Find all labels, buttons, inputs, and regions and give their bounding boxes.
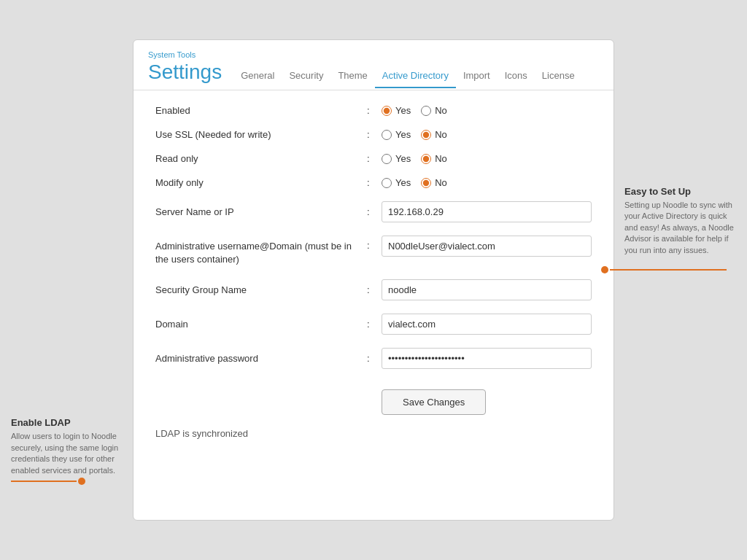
read-only-no-label: No — [435, 153, 447, 164]
tooltip-left-title: Enable LDAP — [11, 417, 124, 428]
enabled-colon: : — [367, 105, 382, 116]
arrow-left-line — [11, 481, 77, 482]
tab-icons[interactable]: Icons — [498, 66, 535, 88]
ldap-status: LDAP is synchronized — [155, 428, 592, 439]
read-only-yes-radio[interactable] — [382, 154, 392, 164]
domain-colon: : — [367, 319, 382, 330]
security-group-row: Security Group Name : — [155, 279, 592, 300]
arrow-right — [601, 266, 727, 273]
admin-username-colon: : — [367, 236, 382, 251]
security-group-input[interactable] — [382, 279, 592, 300]
card-header: System Tools Settings General Security T… — [133, 40, 614, 90]
admin-password-input[interactable] — [382, 348, 592, 369]
server-name-input[interactable] — [382, 201, 592, 222]
security-group-label: Security Group Name — [155, 284, 367, 295]
use-ssl-no-label: No — [435, 129, 447, 140]
arrow-right-line — [610, 269, 727, 271]
tab-security[interactable]: Security — [282, 66, 330, 88]
breadcrumb: System Tools — [148, 50, 599, 59]
use-ssl-colon: : — [367, 129, 382, 140]
enabled-row: Enabled : Yes No — [155, 105, 592, 116]
tooltip-right-body: Setting up Noodle to sync with your Acti… — [624, 200, 741, 256]
domain-label: Domain — [155, 319, 367, 330]
modify-only-yes-option[interactable]: Yes — [382, 177, 411, 188]
use-ssl-yes-label: Yes — [395, 129, 411, 140]
read-only-no-radio[interactable] — [421, 154, 431, 164]
card-body: Enabled : Yes No Use SSL (Needed for wri… — [133, 90, 614, 454]
modify-only-no-label: No — [435, 177, 447, 188]
enabled-yes-radio[interactable] — [382, 106, 392, 116]
read-only-yes-label: Yes — [395, 153, 411, 164]
use-ssl-no-option[interactable]: No — [421, 129, 447, 140]
read-only-yes-option[interactable]: Yes — [382, 153, 411, 164]
read-only-radio-group: Yes No — [382, 153, 447, 164]
settings-card: Enable LDAP Allow users to login to Nood… — [133, 39, 614, 521]
server-name-colon: : — [367, 206, 382, 217]
tooltip-right: Easy to Set Up Setting up Noodle to sync… — [624, 186, 741, 256]
read-only-label: Read only — [155, 153, 367, 164]
read-only-no-option[interactable]: No — [421, 153, 447, 164]
server-name-label: Server Name or IP — [155, 206, 367, 217]
page-wrapper: Enable LDAP Allow users to login to Nood… — [0, 0, 747, 560]
tab-theme[interactable]: Theme — [330, 66, 374, 88]
admin-username-label: Administrative username@Domain (must be … — [155, 236, 367, 266]
arrow-left — [11, 478, 85, 485]
modify-only-no-option[interactable]: No — [421, 177, 447, 188]
modify-only-colon: : — [367, 177, 382, 188]
header-title-row: Settings General Security Theme Active D… — [148, 61, 599, 90]
use-ssl-yes-radio[interactable] — [382, 130, 392, 140]
use-ssl-row: Use SSL (Needed for write) : Yes No — [155, 129, 592, 140]
enabled-radio-group: Yes No — [382, 105, 447, 116]
admin-username-input[interactable] — [382, 236, 592, 257]
page-title: Settings — [148, 61, 222, 84]
use-ssl-radio-group: Yes No — [382, 129, 447, 140]
tooltip-left-body: Allow users to login to Noodle securely,… — [11, 431, 124, 476]
security-group-colon: : — [367, 284, 382, 295]
tab-import[interactable]: Import — [456, 66, 498, 88]
modify-only-radio-group: Yes No — [382, 177, 447, 188]
tabs-row: General Security Theme Active Directory … — [233, 66, 581, 88]
use-ssl-label: Use SSL (Needed for write) — [155, 129, 367, 140]
arrow-right-dot — [601, 266, 608, 273]
modify-only-no-radio[interactable] — [421, 178, 431, 188]
enabled-no-option[interactable]: No — [421, 105, 447, 116]
admin-password-row: Administrative password : — [155, 348, 592, 369]
tab-general[interactable]: General — [233, 66, 282, 88]
save-button[interactable]: Save Changes — [382, 389, 486, 415]
arrow-left-dot — [78, 478, 85, 485]
read-only-row: Read only : Yes No — [155, 153, 592, 164]
modify-only-row: Modify only : Yes No — [155, 177, 592, 188]
modify-only-yes-label: Yes — [395, 177, 411, 188]
modify-only-label: Modify only — [155, 177, 367, 188]
enabled-no-label: No — [435, 105, 447, 116]
enabled-yes-option[interactable]: Yes — [382, 105, 411, 116]
read-only-colon: : — [367, 153, 382, 164]
tooltip-right-title: Easy to Set Up — [624, 186, 741, 197]
admin-password-colon: : — [367, 353, 382, 364]
domain-row: Domain : — [155, 314, 592, 335]
admin-password-label: Administrative password — [155, 353, 367, 364]
use-ssl-no-radio[interactable] — [421, 130, 431, 140]
save-row: Save Changes — [382, 382, 592, 422]
tooltip-left: Enable LDAP Allow users to login to Nood… — [11, 417, 124, 476]
admin-username-row: Administrative username@Domain (must be … — [155, 236, 592, 266]
enabled-no-radio[interactable] — [421, 106, 431, 116]
tab-active-directory[interactable]: Active Directory — [375, 66, 456, 88]
enabled-yes-label: Yes — [395, 105, 411, 116]
modify-only-yes-radio[interactable] — [382, 178, 392, 188]
enabled-label: Enabled — [155, 105, 367, 116]
use-ssl-yes-option[interactable]: Yes — [382, 129, 411, 140]
tab-license[interactable]: License — [535, 66, 582, 88]
domain-input[interactable] — [382, 314, 592, 335]
server-name-row: Server Name or IP : — [155, 201, 592, 222]
